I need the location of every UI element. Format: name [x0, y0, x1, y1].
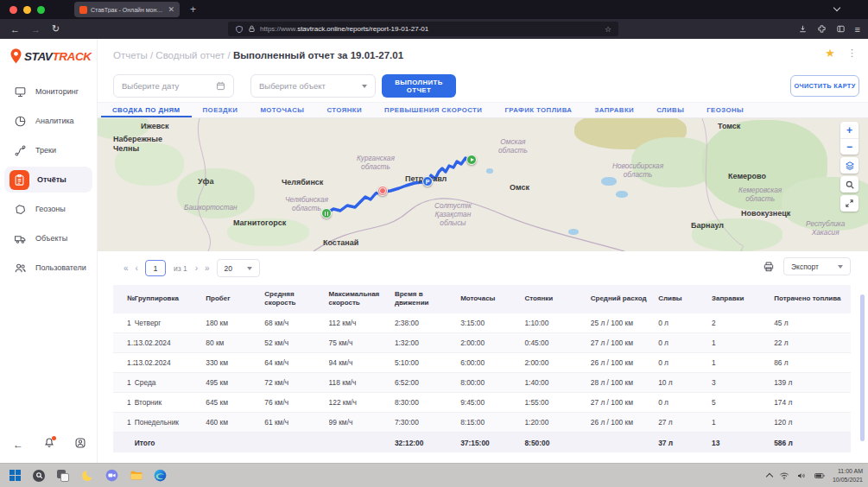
table-cell: 5:10:00 — [395, 353, 460, 373]
menu-hamburger-icon[interactable]: ≡ — [855, 24, 860, 35]
table-cell: 1 — [712, 353, 774, 373]
bookmark-star-icon[interactable]: ☆ — [605, 25, 611, 34]
new-tab-button[interactable]: + — [190, 3, 196, 16]
downloads-icon[interactable] — [798, 24, 808, 34]
sidebar-item-reports[interactable]: Отчёты — [0, 165, 97, 194]
report-tab-7[interactable]: СЛИВЫ — [645, 103, 695, 117]
run-report-button[interactable]: ВЫПОЛНИТЬ ОТЧЕТ — [382, 74, 456, 98]
map-canvas[interactable]: + − ИжевскНабережные ЧелныУфаЧелябинскМа… — [98, 118, 868, 251]
start-button[interactable] — [8, 469, 22, 483]
table-cell: 28 л / 100 км — [591, 373, 658, 393]
sidebar-item-analytics[interactable]: Аналитика — [0, 106, 97, 136]
export-select[interactable]: Экспорт — [783, 257, 851, 275]
sidebar-item-tracks[interactable]: Треки — [0, 136, 97, 165]
shield-icon[interactable] — [235, 25, 244, 34]
table-cell: 22 л — [774, 333, 851, 353]
table-cell — [264, 433, 328, 452]
table-cell: 1 — [113, 373, 135, 393]
map-marker-parking[interactable]: P — [422, 176, 433, 187]
report-tab-0[interactable]: СВОДКА ПО ДНЯМ — [101, 103, 192, 117]
table-row: 1.113.02.202480 км52 км/ч75 км/ч1:32:002… — [113, 333, 851, 353]
map-marker-stop[interactable] — [377, 186, 388, 196]
file-explorer-button[interactable] — [129, 469, 143, 483]
window-minimize-button[interactable] — [23, 6, 31, 14]
sidebar-item-monitoring[interactable]: Мониторинг — [0, 77, 97, 106]
report-tab-3[interactable]: СТОЯНКИ — [315, 103, 373, 117]
table-cell: 2:00:00 — [524, 353, 590, 373]
route-layer — [98, 118, 868, 251]
url-bar[interactable]: https://www.stavtrack.online/reports/rep… — [228, 22, 618, 36]
print-icon[interactable] — [763, 261, 775, 273]
pagination-page-input[interactable]: 1 — [145, 260, 166, 276]
map-fullscreen-button[interactable] — [840, 195, 858, 212]
tab-list-chevron-icon[interactable] — [833, 4, 840, 11]
page-size-select[interactable]: 20 — [217, 259, 260, 277]
map-search-button[interactable] — [840, 176, 858, 193]
map-layers-button[interactable] — [840, 157, 858, 174]
map-marker-pause[interactable] — [321, 208, 332, 218]
wifi-icon[interactable] — [779, 471, 789, 481]
table-cell: Среда — [135, 373, 206, 393]
date-picker-input[interactable]: Выберите дату — [113, 74, 234, 98]
table-cell: 99 км/ч — [329, 413, 395, 433]
browser-back-button[interactable]: ← — [10, 24, 20, 35]
content-scrollbar[interactable] — [860, 294, 865, 441]
report-tab-4[interactable]: ПРЕВЫШЕНИЯ СКОРОСТИ — [373, 103, 493, 117]
browser-tab[interactable]: СтавТрак - Онлайн мониторин ✕ — [74, 2, 180, 17]
map-zoom-out-button[interactable]: − — [840, 138, 858, 155]
sidebar-item-users[interactable]: Пользователи — [0, 253, 97, 282]
report-tab-8[interactable]: ГЕОЗОНЫ — [695, 103, 755, 117]
report-tab-5[interactable]: ГРАФИК ТОПЛИВА — [493, 103, 583, 117]
battery-icon[interactable] — [814, 471, 826, 481]
object-select[interactable]: Выберите объект — [250, 74, 376, 98]
report-tab-6[interactable]: ЗАПРАВКИ — [583, 103, 645, 117]
table-cell: 120 л — [774, 413, 851, 433]
browser-reload-button[interactable]: ↻ — [52, 23, 60, 35]
more-options-kebab-icon[interactable]: ⋮ — [847, 48, 857, 58]
notifications-bell-icon[interactable] — [43, 437, 55, 452]
collapse-sidebar-icon[interactable]: ← — [13, 439, 23, 451]
table-cell: 27 л / 100 км — [591, 333, 658, 353]
pagination-first-button[interactable]: « — [124, 263, 128, 273]
taskbar-app-chat[interactable] — [105, 469, 118, 483]
clear-map-button[interactable]: ОЧИСТИТЬ КАРТУ — [790, 75, 859, 97]
table-cell: 75 км/ч — [329, 333, 395, 353]
table-cell: 10 л — [658, 373, 712, 393]
task-view-button[interactable] — [56, 469, 70, 483]
pagination-last-button[interactable]: » — [205, 263, 209, 273]
sidebar-item-geozones[interactable]: Геозоны — [0, 194, 97, 224]
tab-close-icon[interactable]: ✕ — [168, 6, 174, 14]
table-cell: 1 — [113, 313, 135, 333]
favorite-star-icon[interactable]: ★ — [825, 47, 835, 59]
sidebar-item-objects[interactable]: Объекты — [0, 224, 97, 253]
extensions-icon[interactable] — [817, 24, 827, 34]
table-cell: 645 км — [206, 393, 264, 413]
tray-expand-chevron-icon[interactable] — [766, 473, 773, 480]
browser-forward-button[interactable]: → — [31, 24, 41, 35]
taskbar-search-button[interactable] — [32, 469, 46, 483]
account-icon[interactable] — [74, 437, 86, 452]
report-tab-1[interactable]: ПОЕЗДКИ — [192, 103, 250, 117]
map-marker-play[interactable] — [466, 155, 477, 165]
sidebar-panel-icon[interactable] — [836, 24, 846, 34]
window-maximize-button[interactable] — [37, 6, 45, 14]
map-controls: + − — [840, 122, 858, 212]
table-header-cell: Максимальная скорость — [329, 285, 395, 313]
table-cell: 1 — [113, 393, 135, 413]
volume-icon[interactable] — [796, 471, 807, 481]
window-close-button[interactable] — [10, 6, 17, 14]
lock-icon[interactable] — [248, 25, 256, 33]
pagination-next-button[interactable]: › — [195, 263, 197, 273]
table-cell: 1 — [113, 413, 135, 433]
table-cell: 13.02.2024 — [135, 353, 206, 373]
table-cell: Четверг — [135, 313, 206, 333]
pagination-prev-button[interactable]: ‹ — [136, 263, 137, 273]
report-tab-2[interactable]: МОТОЧАСЫ — [249, 103, 315, 117]
route-polyline — [326, 158, 472, 213]
app-logo[interactable]: STAVTRACK — [10, 48, 92, 64]
select-caret-icon — [838, 265, 843, 269]
edge-browser-button[interactable] — [153, 469, 167, 483]
map-zoom-in-button[interactable]: + — [840, 122, 858, 138]
taskbar-clock[interactable]: 11:00 AM 10/05/2021 — [833, 467, 863, 484]
taskbar-app-moon[interactable] — [80, 469, 94, 483]
